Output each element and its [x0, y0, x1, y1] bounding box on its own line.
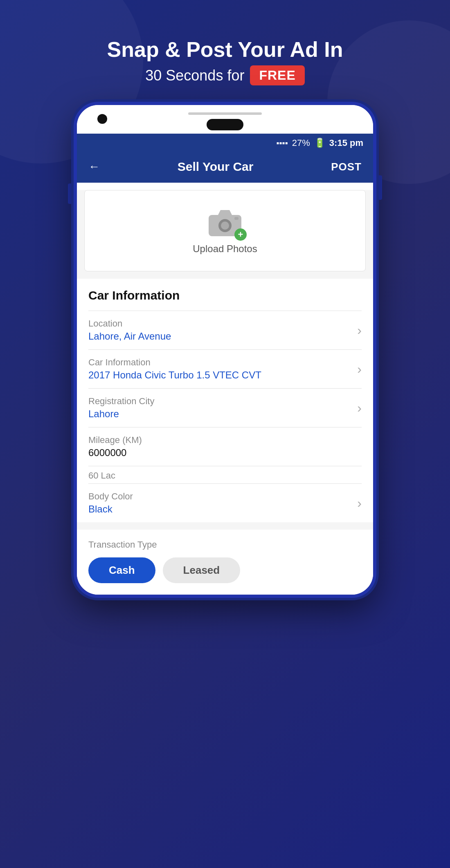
headline: Snap & Post Your Ad In — [107, 37, 343, 62]
back-button[interactable]: ← — [88, 160, 100, 173]
reg-city-label: Registration City — [88, 396, 362, 407]
mileage-field[interactable]: Mileage (KM) 6000000 — [88, 427, 362, 466]
battery-icon: 🔋 — [314, 138, 325, 148]
home-pill — [207, 119, 243, 130]
subtitle-text: 30 Seconds for — [145, 67, 244, 84]
mileage-label: Mileage (KM) — [88, 435, 362, 445]
volume-button[interactable] — [68, 183, 71, 204]
car-info-field[interactable]: Car Information 2017 Honda Civic Turbo 1… — [88, 349, 362, 388]
car-info-label: Car Information — [88, 357, 362, 368]
phone-frame: ▪▪▪▪ 27% 🔋 3:15 pm ← Sell Your Car POST — [74, 102, 376, 598]
transaction-section: Transaction Type Cash Leased — [77, 530, 373, 595]
svg-rect-3 — [234, 217, 239, 220]
price-value: 60 Lac — [88, 470, 115, 481]
color-label: Body Color — [88, 491, 362, 502]
phone-content: + Upload Photos Car Information Location… — [77, 190, 373, 595]
add-photo-icon: + — [234, 228, 247, 241]
cash-button[interactable]: Cash — [88, 557, 155, 583]
reg-city-value: Lahore — [88, 408, 362, 420]
location-value: Lahore, Air Avenue — [88, 331, 362, 342]
location-label: Location — [88, 318, 362, 329]
color-field[interactable]: Body Color Black — [88, 483, 362, 522]
notch-bar — [188, 112, 262, 115]
screen-title: Sell Your Car — [178, 160, 254, 174]
upload-section[interactable]: + Upload Photos — [84, 190, 366, 271]
app-header: ← Sell Your Car POST — [77, 152, 373, 183]
camera-icon-wrap: + — [207, 207, 243, 237]
car-info-section: Car Information Location Lahore, Air Ave… — [77, 279, 373, 522]
battery-percent: 27% — [292, 138, 310, 148]
upload-label: Upload Photos — [193, 243, 257, 255]
time-display: 3:15 pm — [329, 138, 363, 148]
post-button[interactable]: POST — [331, 161, 362, 173]
price-row: 60 Lac — [88, 466, 362, 483]
reg-city-field[interactable]: Registration City Lahore — [88, 388, 362, 427]
leased-button[interactable]: Leased — [163, 557, 241, 583]
svg-point-2 — [221, 221, 229, 230]
transaction-buttons: Cash Leased — [88, 557, 362, 583]
transaction-label: Transaction Type — [88, 539, 362, 550]
car-info-value: 2017 Honda Civic Turbo 1.5 VTEC CVT — [88, 369, 362, 381]
signal-icon: ▪▪▪▪ — [276, 139, 288, 148]
color-value: Black — [88, 503, 362, 515]
status-bar: ▪▪▪▪ 27% 🔋 3:15 pm — [77, 134, 373, 152]
front-camera — [97, 114, 107, 124]
page-header: Snap & Post Your Ad In 30 Seconds for FR… — [107, 0, 343, 85]
mileage-value: 6000000 — [88, 447, 362, 459]
phone-top — [77, 105, 373, 134]
power-button[interactable] — [379, 175, 382, 200]
section-title: Car Information — [88, 289, 362, 302]
free-badge: FREE — [250, 65, 304, 85]
location-field[interactable]: Location Lahore, Air Avenue — [88, 311, 362, 349]
